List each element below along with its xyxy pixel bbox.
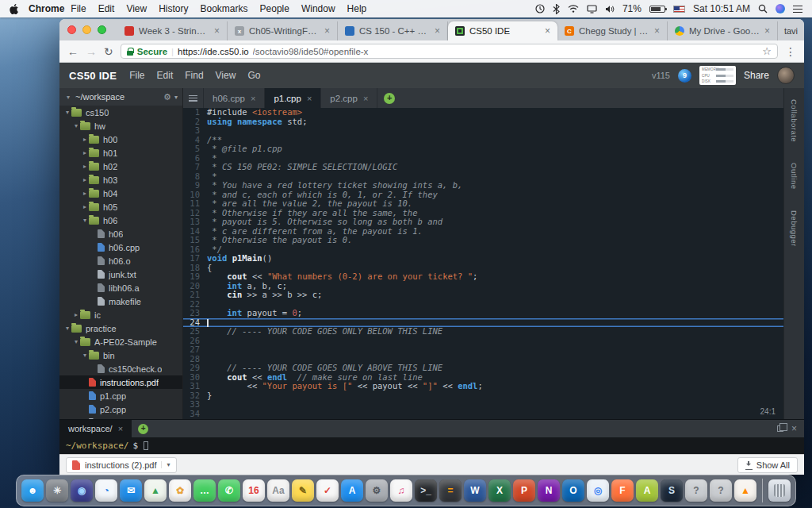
menubar-clock[interactable]: Sat 10:51 AM [693,3,750,14]
dock-icon-onenote[interactable]: N [538,479,560,502]
browser-menu-icon[interactable]: ⋮ [785,45,796,58]
siri-icon[interactable] [776,4,785,13]
browser-tab[interactable]: CS 150 - C++ Progra× [338,21,448,40]
dock-icon-calendar[interactable]: 16 [243,479,265,502]
tree-item[interactable]: p1.cpp [59,389,182,402]
tree-item[interactable]: instructions.pdf [59,375,182,389]
dock-icon-firefox[interactable]: F [611,479,634,502]
forward-button[interactable]: → [86,46,97,57]
menubar-menu-people[interactable]: People [260,3,289,14]
dock-icon-outlook[interactable]: O [562,479,584,502]
tree-item[interactable]: makefile [59,294,182,308]
browser-tab[interactable]: My Drive - Google Dr× [668,21,778,40]
dock-icon-chrome[interactable]: ◎ [587,479,609,502]
tree-item[interactable]: ▾A-PE02-Sample [59,335,182,348]
tab-close-icon[interactable]: × [214,25,220,37]
dock-icon-messages[interactable]: … [193,479,216,502]
code-line[interactable]: 21 cin >> a >> b >> c; [183,291,783,300]
code-line[interactable]: 3 [183,126,783,136]
tree-item[interactable]: ▾h06 [59,214,182,227]
input-language-flag-icon[interactable] [673,6,685,13]
tree-item[interactable]: p2.cpp [59,402,182,416]
tab-close-icon[interactable]: × [435,25,440,37]
dock-icon-unknown-app-2[interactable]: ? [710,479,732,502]
dock-icon-unknown-app-1[interactable]: ? [685,479,707,502]
close-window-button[interactable] [67,25,76,34]
browser-tab[interactable]: Week 3 - Strings, De× [117,21,228,40]
tree-item[interactable]: h06.o [59,254,182,267]
dock-icon-steam[interactable]: S [661,479,683,502]
browser-tab[interactable]: xCh05-WritingFunctio× [228,21,338,40]
dock-icon-excel[interactable]: X [488,479,511,502]
ide-menu-go[interactable]: Go [247,70,260,81]
reload-button[interactable]: ↻ [104,46,113,57]
tab-close-icon[interactable]: × [545,25,550,37]
menubar-menu-view[interactable]: View [126,3,147,14]
dock-icon-photos[interactable]: ✿ [169,479,191,502]
tree-item[interactable]: ▾bin [59,348,182,362]
terminal[interactable]: ~/workspace/ $ [59,437,804,454]
volume-icon[interactable] [605,5,615,13]
dock-icon-reminders[interactable]: ✓ [316,479,339,502]
bluetooth-icon[interactable] [553,4,560,14]
show-all-downloads-button[interactable]: Show All [737,457,798,473]
ide-menu-edit[interactable]: Edit [157,70,174,81]
menubar-menu-history[interactable]: History [159,3,188,14]
browser-tab[interactable]: CChegg Study | Guided× [557,21,668,40]
tree-item[interactable]: h06 [59,227,182,241]
editor-tab[interactable]: p2.cpp× [321,88,377,108]
dock-icon-system-preferences[interactable]: ⚙ [366,479,388,502]
ide-menu-view[interactable]: View [216,70,236,81]
tree-item[interactable]: ▸h02 [59,160,182,173]
share-button[interactable]: Share [744,70,769,81]
active-app-name[interactable]: Chrome [29,3,64,14]
tree-item[interactable]: libh06.a [59,281,182,294]
tree-item[interactable]: h06.cpp [59,241,182,254]
tree-item[interactable]: ▸h03 [59,173,182,187]
workspace-root[interactable]: ▾ ~/workspace ⚙ ▾ [59,88,182,106]
tab-close-icon[interactable]: × [363,94,368,103]
tree-item[interactable]: ▾cs150 [59,106,182,119]
tree-item[interactable]: ▸ic [59,308,182,321]
dock-icon-terminal[interactable]: >_ [415,479,437,502]
dock-icon-vlc[interactable]: ▲ [734,479,756,502]
code-line[interactable]: 25 // ---- YOUR CODE GOES ONLY BELOW THI… [183,327,783,337]
dock-icon-maps[interactable]: ▲ [144,479,167,502]
tab-list-button[interactable] [183,88,204,108]
clock-icon[interactable] [535,4,545,13]
panel-tab-collaborate[interactable]: Collaborate [790,99,799,142]
trash-icon[interactable] [768,479,791,502]
panel-tab-debugger[interactable]: Debugger [790,210,799,247]
code-line[interactable]: 27 [183,345,783,355]
notification-center-icon[interactable] [793,6,802,13]
code-line[interactable]: 16 */ [183,245,783,255]
tab-close-icon[interactable]: × [307,94,312,103]
download-caret-icon[interactable]: ▾ [161,461,170,468]
ide-logo[interactable]: CS50 IDE [69,70,117,82]
tab-close-icon[interactable]: × [324,25,330,37]
editor-tab[interactable]: h06.cpp× [204,88,265,108]
code-line[interactable]: 23 int payout = 0; [183,309,783,318]
menubar-menu-window[interactable]: Window [301,3,335,14]
cloud9-ball-icon[interactable]: 9 [678,69,691,83]
spotlight-search-icon[interactable] [758,4,768,13]
new-terminal-button[interactable]: + [138,424,148,434]
code-line[interactable]: 33 [183,400,783,410]
panel-tab-outline[interactable]: Outline [790,163,799,190]
code-line[interactable]: 15 * Otherwise the payout is 0. [183,236,783,245]
tree-item[interactable]: ▸h04 [59,187,182,200]
tree-item[interactable]: ▾practice [59,321,182,335]
tab-close-icon[interactable]: × [118,424,123,433]
code-line[interactable]: 34 [183,410,783,419]
zoom-window-button[interactable] [98,25,106,34]
chrome-profile-name[interactable]: tavi [784,26,798,36]
menubar-menu-bookmarks[interactable]: Bookmarks [201,3,248,14]
tree-item[interactable]: cs150check.o [59,362,182,375]
wifi-icon[interactable] [568,5,579,13]
dock-icon-android-studio[interactable]: A [636,479,658,502]
battery-icon[interactable] [649,6,665,13]
tab-close-icon[interactable]: × [654,25,660,37]
ide-menu-file[interactable]: File [129,70,144,81]
dock-icon-itunes[interactable]: ♫ [390,479,412,502]
terminal-tab[interactable]: workspace/ × [59,420,132,437]
